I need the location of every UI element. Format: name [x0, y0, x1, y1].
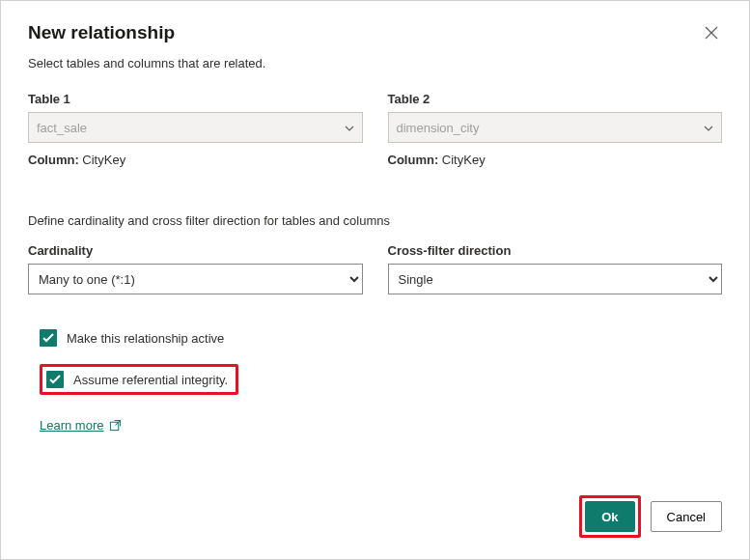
cardinality-label: Cardinality: [28, 243, 363, 258]
check-icon: [49, 375, 61, 384]
referential-highlight: Assume referential integrity.: [40, 364, 238, 395]
referential-checkbox-label: Assume referential integrity.: [73, 373, 228, 387]
close-button[interactable]: [701, 22, 722, 46]
table2-column-label: Column:: [388, 153, 439, 167]
table2-label: Table 2: [388, 92, 723, 106]
cardinality-description: Define cardinality and cross filter dire…: [28, 213, 722, 228]
active-checkbox[interactable]: [40, 329, 57, 347]
active-checkbox-label: Make this relationship active: [67, 331, 224, 346]
table1-column-value: CityKey: [82, 153, 125, 167]
dialog-subtitle: Select tables and columns that are relat…: [28, 56, 722, 70]
chevron-down-icon: [704, 123, 713, 133]
learn-more-link[interactable]: Learn more: [40, 418, 122, 433]
learn-more-text: Learn more: [40, 418, 103, 433]
table1-value: fact_sale: [37, 121, 87, 135]
table1-label: Table 1: [28, 92, 363, 106]
cardinality-select[interactable]: Many to one (*:1): [28, 264, 363, 294]
cancel-button[interactable]: Cancel: [651, 501, 722, 532]
crossfilter-label: Cross-filter direction: [388, 243, 723, 258]
external-link-icon: [109, 419, 122, 432]
chevron-down-icon: [345, 123, 354, 133]
check-icon: [42, 333, 54, 343]
crossfilter-select[interactable]: Single: [388, 264, 723, 294]
table2-value: dimension_city: [397, 121, 480, 135]
close-icon: [705, 26, 718, 42]
table1-select[interactable]: fact_sale: [28, 112, 363, 143]
table2-column-value: CityKey: [442, 153, 486, 167]
ok-button[interactable]: Ok: [585, 501, 634, 532]
dialog-footer: Ok Cancel: [579, 495, 722, 538]
table2-select[interactable]: dimension_city: [388, 112, 723, 143]
referential-checkbox[interactable]: [46, 371, 64, 388]
table1-column-label: Column:: [28, 153, 79, 167]
dialog-title: New relationship: [28, 22, 175, 43]
ok-highlight: Ok: [579, 495, 640, 538]
